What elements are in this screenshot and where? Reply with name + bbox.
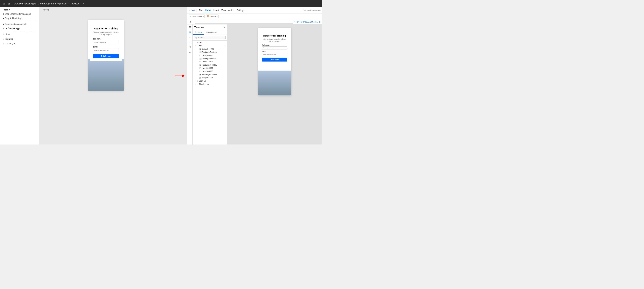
tree-title: Tree view [194,26,204,28]
label-icon: ☑ [199,54,201,56]
tree-item-rect544892[interactable]: ▣ Rectangle544892 [192,73,227,76]
screen-icon[interactable]: ▭ [189,41,191,44]
label-icon: ☑ [199,70,201,72]
phone-frame: Register for Training Sign up for the an… [88,20,124,91]
tree-item-label544893[interactable]: ☑ Label544893 [192,70,227,73]
formula-bar-input[interactable] [195,20,293,23]
screen-icon: □ [197,80,198,82]
pa-toolbar: ▭ New screen ▾ 🎨 Theme ▾ [187,13,322,19]
back-button[interactable]: ← Back [189,9,195,11]
nav-item-thankyou[interactable]: # Thank you [0,41,39,46]
close-icon[interactable]: ✕ [223,26,225,29]
pa-navbar: ← Back | File Home Insert View Action Se… [187,7,322,13]
more-options-icon[interactable]: ··· [224,44,226,47]
dropdown-icon[interactable]: ∨ [82,1,85,6]
tree-item-label: Label544898 [202,54,226,56]
page-item-step3[interactable]: Step 3: Convert into an app [0,12,39,16]
theme-button[interactable]: 🎨 Theme ▾ [206,14,218,18]
full-name-label: Full name [93,38,119,40]
pa-form-card: Register for Training Sign up for the an… [260,31,289,64]
expand-icon: ▾ [195,45,196,46]
tree-search: 🔍 [192,35,227,41]
expand-icon: ▶ [195,80,196,82]
chevron-down-icon: ▾ [217,15,218,17]
tree-item-label: Thank_you [199,83,226,85]
app-wrapper: Pages ∧ Step 3: Convert into an app Step… [0,7,322,144]
rectangle-icon: ▣ [199,74,201,75]
search-icon: 🔍 [195,37,197,39]
chevron-up-icon: ∧ [9,9,10,11]
pa-email-input[interactable] [262,53,287,56]
pa-rsvp-button[interactable]: RSVP now [262,58,287,61]
svg-marker-1 [182,75,185,77]
variable-icon[interactable]: ≡ [189,51,190,53]
dot-icon [3,18,4,19]
page-item-step4[interactable]: Step 4: Next steps [0,16,39,20]
hamburger-icon[interactable]: ☰ [189,26,191,29]
tree-search-input[interactable] [194,36,226,39]
plus-icon[interactable]: + [189,36,190,39]
pa-canvas: Register for Training Sign up for the an… [227,24,322,144]
pa-content-area: ☰ ⊞ + ▭ ❑ ≡ Tree view ✕ Screens Componen… [187,24,322,144]
screen-icon: □ [197,45,198,47]
tree-item-rect544895[interactable]: ▣ Rectangle544895 [192,63,227,66]
page-item-supported[interactable]: Supported components [0,22,39,26]
tree-item-label: Label544896 [202,61,226,63]
tree-item-start[interactable]: ▾ □ Start ··· [192,44,227,47]
back-arrow-icon: ← [189,9,191,11]
nav-settings[interactable]: Settings [236,8,245,12]
tree-item-label544894[interactable]: ☑ Label544894 [192,66,227,70]
tree-item-label: Start [199,44,223,47]
grid-icon: ⊞ [8,2,10,5]
tree-item-signup[interactable]: ▶ □ Sign_up [192,79,227,82]
tree-item-label: Button544900 [202,48,226,50]
tree-item-image544891[interactable]: 🖼 Image544891 [192,76,227,79]
rsvp-button[interactable]: RSVP now [93,54,119,58]
tab-components[interactable]: Components [204,30,219,34]
nav-item-start[interactable]: # Start [0,32,39,37]
form-title: Register for Training [93,27,119,30]
tree-item-label: Rectangle544895 [202,64,226,66]
nav-insert[interactable]: Insert [212,8,220,12]
rectangle-icon: ▣ [199,64,201,66]
pa-form-subtitle: Sign up for the annual employee training… [262,38,287,42]
tree-item-thankyou[interactable]: ▶ □ Thank_you [192,82,227,86]
nav-file[interactable]: File [198,8,204,12]
email-label: Email [93,46,119,48]
email-input[interactable] [93,48,119,52]
tree-item-button544900[interactable]: ▣ Button544900 [192,47,227,50]
tree-item-label: TextInput544897 [202,57,226,59]
tree-item-label544896[interactable]: ☑ Label544896 [192,60,227,63]
hash-icon: # [3,42,4,45]
dot-icon [3,13,4,14]
label-icon: ☑ [199,67,201,69]
tab-screens[interactable]: Screens [192,30,204,34]
pa-phone-frame: Register for Training Sign up for the an… [258,28,291,95]
form-subtitle: Sign up for the annual employee training… [93,31,119,36]
app-name-display: Training Registration [303,9,320,11]
tree-item-app[interactable]: ▭ App [192,41,227,44]
full-name-input[interactable] [93,41,119,44]
chevron-down-icon: ▾ [203,15,204,17]
figma-logo-icon: ⊞ [2,1,6,6]
nav-action[interactable]: Action [227,8,235,12]
tree-panel: Tree view ✕ Screens Components 🔍 [192,24,227,144]
tree-view-icon[interactable]: ⊞ [189,31,191,34]
top-bar: ⊞ ⊞ Microsoft Power Apps - Create Apps f… [0,0,322,7]
nav-home[interactable]: Home [204,8,212,12]
tree-item-label: Image544891 [202,77,226,79]
formula-property-label: Fill [189,21,194,23]
tree-item-textinput544897[interactable]: ⬜ TextInput544897 [192,57,227,60]
component-icon[interactable]: ❑ [189,46,191,48]
tree-item-textinput544899[interactable]: ⬜ TextInput544899 [192,50,227,54]
nav-item-signup[interactable]: # Sign-up [0,37,39,41]
page-item-sample[interactable]: ✓ Sample app [0,26,39,30]
figma-canvas: Sign-up Register for Training Sign up fo… [39,7,173,144]
pa-full-name-input[interactable] [262,46,287,49]
tree-item-label: Label544893 [202,70,226,72]
tree-item-label544898[interactable]: ☑ Label544898 [192,54,227,57]
hash-icon: # [3,33,4,36]
arrow-icon [175,72,185,79]
new-screen-button[interactable]: ▭ New screen ▾ [189,14,205,18]
nav-view[interactable]: View [220,8,227,12]
